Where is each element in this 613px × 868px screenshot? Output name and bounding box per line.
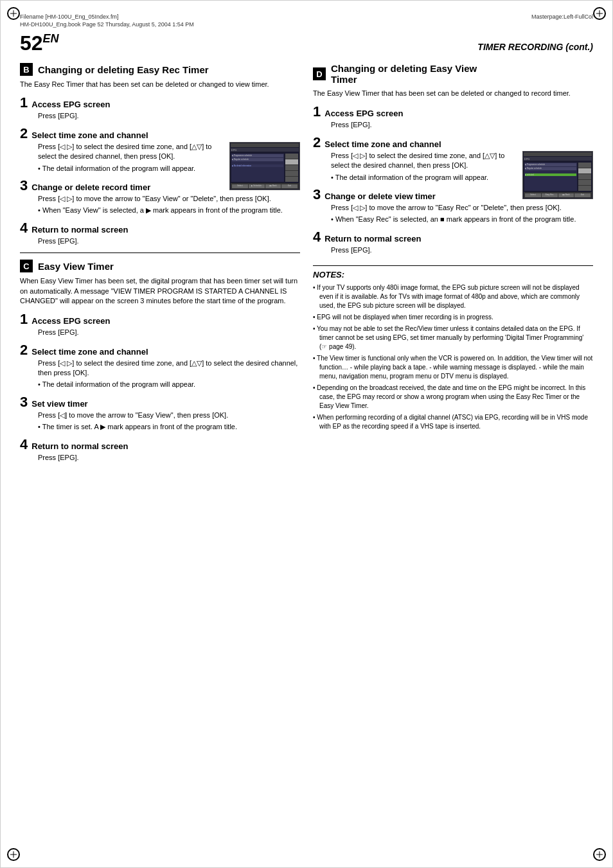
book-info: HM-DH100U_Eng.book Page 52 Thursday, Aug…	[20, 21, 593, 28]
c-step4-body: Press [EPG].	[38, 453, 300, 463]
divider-bc	[20, 252, 300, 253]
section-b-step2: 2 Select time zone and channel EPG ■	[20, 127, 300, 173]
section-b-step1: 1 Access EPG screen Press [EPG].	[20, 96, 300, 121]
section-d-header: D Changing or deleting Easy ViewTimer	[313, 63, 593, 85]
section-title: TIMER RECORDING (cont.)	[477, 42, 593, 52]
c-step1-title: Access EPG screen	[31, 316, 110, 326]
notes-list: If your TV supports only 480i image form…	[313, 283, 593, 431]
c-step2-header: 2 Select time zone and channel	[20, 343, 300, 357]
step2-header: 2 Select time zone and channel	[20, 127, 300, 141]
left-column: B Changing or deleting Easy Rec Timer Th…	[20, 63, 300, 468]
section-c-step3: 3 Set view timer Press [◁] to move the a…	[20, 395, 300, 432]
step4-title: Return to normal screen	[31, 225, 128, 235]
section-c-header: C Easy View Timer	[20, 260, 300, 272]
step1-header: 1 Access EPG screen	[20, 96, 300, 110]
file-info: Filename [HM-100U_Eng_05Index.fm]	[20, 13, 119, 20]
badge-d: D	[313, 67, 326, 80]
section-d-desc: The Easy View Timer that has been set ca…	[313, 89, 593, 98]
badge-c: C	[20, 260, 33, 272]
c-step3-header: 3 Set view timer	[20, 395, 300, 409]
d-step1-body: Press [EPG].	[331, 120, 593, 130]
section-d-step2: 2 Select time zone and channel EPG ■	[313, 136, 593, 182]
corner-mark-tl	[7, 7, 20, 20]
step1-title: Access EPG screen	[31, 100, 110, 109]
notes-section: NOTES: If your TV supports only 480i ima…	[313, 265, 593, 431]
section-c: C Easy View Timer When Easy View Timer h…	[20, 260, 300, 463]
section-d-step1: 1 Access EPG screen Press [EPG].	[313, 105, 593, 130]
step2-title: Select time zone and channel	[31, 130, 148, 140]
section-b-desc: The Easy Rec Timer that has been set can…	[20, 80, 300, 89]
c-step3-body: Press [◁] to move the arrow to "Easy Vie…	[38, 411, 300, 432]
two-column-layout: B Changing or deleting Easy Rec Timer Th…	[20, 63, 593, 468]
c-step4-header: 4 Return to normal screen	[20, 438, 300, 452]
d-step1-header: 1 Access EPG screen	[313, 105, 593, 119]
d-step3-title: Change or delete view timer	[324, 191, 436, 201]
note-4: The View timer is functional only when t…	[319, 354, 593, 381]
step3-title: Change or delete record timer	[31, 182, 150, 192]
section-d-title: Changing or deleting Easy ViewTimer	[331, 63, 477, 85]
note-3: You may not be able to set the Rec/View …	[319, 324, 593, 351]
step4-header: 4 Return to normal screen	[20, 221, 300, 235]
page-title-row: 52EN TIMER RECORDING (cont.)	[20, 31, 593, 55]
d-step4-body: Press [EPG].	[331, 245, 593, 255]
section-c-step2: 2 Select time zone and channel Press [◁ …	[20, 343, 300, 390]
step4-body: Press [EPG].	[38, 236, 300, 246]
epg-screen-d: EPG ■ Programme schedule ■ Regular sched…	[522, 151, 593, 199]
d-step1-title: Access EPG screen	[324, 109, 403, 118]
badge-b: B	[20, 63, 33, 76]
d-step3-header: 3 Change or delete view timer	[313, 188, 519, 202]
section-c-step1: 1 Access EPG screen Press [EPG].	[20, 312, 300, 337]
note-6: When performing recording of a digital c…	[319, 413, 593, 431]
section-c-title: Easy View Timer	[38, 261, 114, 272]
right-column: D Changing or deleting Easy ViewTimer Th…	[313, 63, 593, 468]
corner-mark-bl	[7, 848, 20, 861]
c-step3-title: Set view timer	[31, 399, 87, 409]
d-step2-body: EPG ■ Programme schedule ■ Regular sched…	[331, 151, 593, 182]
d-step2-title: Select time zone and channel	[324, 139, 441, 149]
section-b-title: Changing or deleting Easy Rec Timer	[38, 64, 209, 75]
note-5: Depending on the broadcast received, the…	[319, 384, 593, 411]
section-b: B Changing or deleting Easy Rec Timer Th…	[20, 63, 300, 246]
section-c-step4: 4 Return to normal screen Press [EPG].	[20, 438, 300, 463]
section-d: D Changing or deleting Easy ViewTimer Th…	[313, 63, 593, 255]
d-step3-body: Press [◁ ▷] to move the arrow to "Easy R…	[331, 203, 593, 225]
step1-body: Press [EPG].	[38, 111, 300, 121]
page-number: 52EN	[20, 31, 59, 55]
c-step1-header: 1 Access EPG screen	[20, 312, 300, 326]
step3-body: Press [◁ ▷] to move the arrow to "Easy V…	[38, 194, 300, 216]
page: Filename [HM-100U_Eng_05Index.fm] Master…	[0, 0, 613, 868]
corner-mark-tr	[593, 7, 606, 20]
note-2: EPG will not be displayed when timer rec…	[319, 313, 593, 322]
notes-title: NOTES:	[313, 270, 593, 279]
step2-body: EPG ■ Programme schedule ■ Regular sched…	[38, 142, 300, 173]
section-b-step4: 4 Return to normal screen Press [EPG].	[20, 221, 300, 246]
d-step2-header: 2 Select time zone and channel	[313, 136, 593, 150]
masterpage-info: Masterpage:Left-FullCol	[531, 13, 593, 20]
step3-header: 3 Change or delete record timer	[20, 179, 226, 193]
c-step2-title: Select time zone and channel	[31, 347, 148, 357]
c-step4-title: Return to normal screen	[31, 441, 128, 451]
c-step2-body: Press [◁ ▷] to select the desired time z…	[38, 359, 300, 390]
c-step1-body: Press [EPG].	[38, 328, 300, 337]
epg-screen-b: EPG ■ Programme schedule ■ Regular sched…	[229, 142, 300, 190]
note-1: If your TV supports only 480i image form…	[319, 283, 593, 310]
section-b-header: B Changing or deleting Easy Rec Timer	[20, 63, 300, 76]
section-d-step4: 4 Return to normal screen Press [EPG].	[313, 230, 593, 255]
corner-mark-br	[593, 848, 606, 861]
section-c-desc: When Easy View Timer has been set, the d…	[20, 276, 300, 306]
d-step4-header: 4 Return to normal screen	[313, 230, 593, 244]
d-step4-title: Return to normal screen	[324, 234, 421, 244]
